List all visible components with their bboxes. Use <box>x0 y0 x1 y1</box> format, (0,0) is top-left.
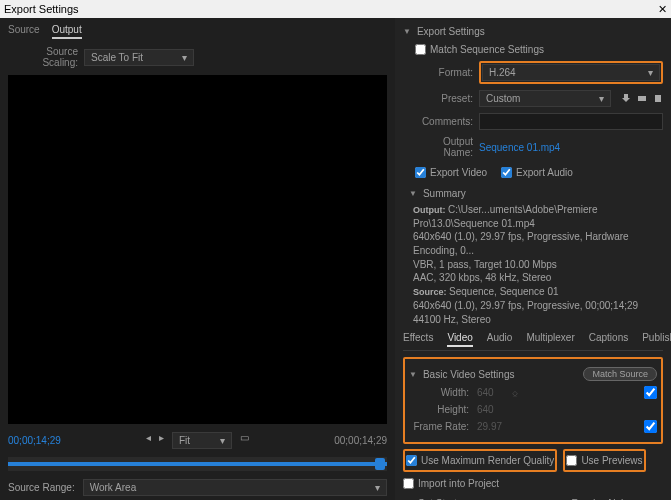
tc-start[interactable]: 00;00;14;29 <box>8 435 61 446</box>
summary-source: Sequence, Sequence 01 640x640 (1.0), 29.… <box>413 286 638 324</box>
comments-label: Comments: <box>415 116 473 127</box>
export-video-check[interactable] <box>415 167 426 178</box>
save-preset-icon[interactable] <box>621 93 631 105</box>
chevron-down-icon[interactable]: ▼ <box>403 27 411 36</box>
match-source-button[interactable]: Match Source <box>583 367 657 381</box>
chevron-down-icon[interactable]: ▼ <box>409 189 417 198</box>
link-icon[interactable]: ⎐ <box>512 387 518 398</box>
outname-label: Output Name: <box>415 136 473 158</box>
max-render-check[interactable] <box>406 455 417 466</box>
tab-captions[interactable]: Captions <box>589 332 628 347</box>
fr-lock-check[interactable] <box>644 420 657 433</box>
import-proj-check[interactable] <box>403 478 414 489</box>
close-icon[interactable]: ✕ <box>658 3 667 16</box>
aspect-icon[interactable]: ▭ <box>240 432 249 449</box>
src-range-label: Source Range: <box>8 482 75 493</box>
height-value[interactable]: 640 <box>477 404 494 415</box>
summary-header: Summary <box>423 188 466 199</box>
chevron-down-icon: ▾ <box>182 52 187 63</box>
bvs-header: Basic Video Settings <box>423 369 515 380</box>
window-title: Export Settings <box>4 3 79 15</box>
next-frame-icon[interactable]: ▸ <box>159 432 164 449</box>
export-audio-check[interactable] <box>501 167 512 178</box>
tab-multiplexer[interactable]: Multiplexer <box>526 332 574 347</box>
outname-link[interactable]: Sequence 01.mp4 <box>479 142 560 153</box>
tab-output[interactable]: Output <box>52 22 82 39</box>
delete-preset-icon[interactable] <box>653 93 663 105</box>
src-range-select[interactable]: Work Area▾ <box>83 479 387 496</box>
tab-effects[interactable]: Effects <box>403 332 433 347</box>
width-value[interactable]: 640 <box>477 387 494 398</box>
preview-area <box>8 75 387 424</box>
export-settings-header: Export Settings <box>417 26 485 37</box>
width-lock-check[interactable] <box>644 386 657 399</box>
format-select[interactable]: H.264▾ <box>482 64 660 81</box>
comments-input[interactable] <box>479 113 663 130</box>
tab-publish[interactable]: Publish <box>642 332 671 347</box>
tab-audio[interactable]: Audio <box>487 332 513 347</box>
svg-rect-0 <box>638 96 646 101</box>
scaling-select[interactable]: Scale To Fit ▾ <box>84 49 194 66</box>
zoom-select[interactable]: Fit▾ <box>172 432 232 449</box>
chevron-down-icon: ▾ <box>599 93 604 104</box>
preset-label: Preset: <box>415 93 473 104</box>
timeline-slider[interactable] <box>8 457 387 471</box>
tab-video[interactable]: Video <box>447 332 472 347</box>
preset-select[interactable]: Custom▾ <box>479 90 611 107</box>
chevron-down-icon[interactable]: ▼ <box>409 370 417 379</box>
tab-source[interactable]: Source <box>8 22 40 39</box>
format-label: Format: <box>415 67 473 78</box>
match-seq-check[interactable] <box>415 44 426 55</box>
tc-end: 00;00;14;29 <box>334 435 387 446</box>
chevron-down-icon: ▾ <box>648 67 653 78</box>
svg-rect-1 <box>655 95 661 102</box>
import-preset-icon[interactable] <box>637 93 647 105</box>
summary-output: C:\User...uments\Adobe\Premiere Pro\13.0… <box>413 204 629 283</box>
prev-frame-icon[interactable]: ◂ <box>146 432 151 449</box>
chevron-down-icon: ▾ <box>220 435 225 446</box>
framerate-value[interactable]: 29.97 <box>477 421 502 432</box>
scaling-label: Source Scaling: <box>8 46 78 68</box>
chevron-down-icon: ▾ <box>375 482 380 493</box>
use-previews-check[interactable] <box>566 455 577 466</box>
